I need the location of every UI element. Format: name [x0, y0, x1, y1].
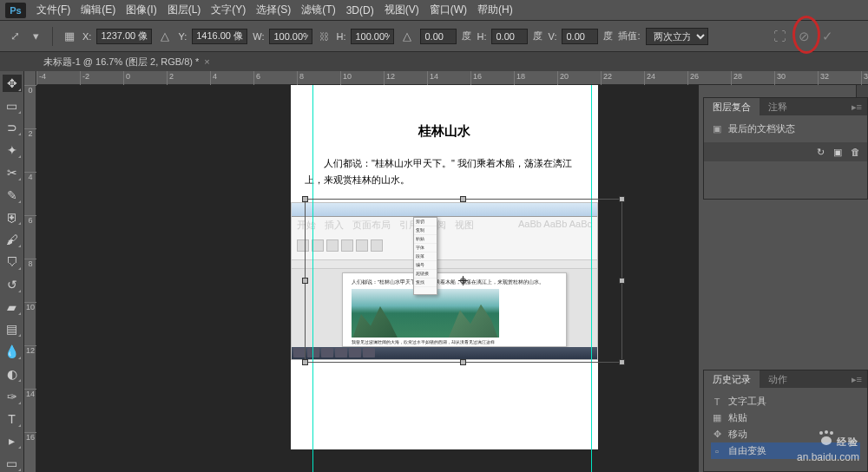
- menu-view[interactable]: 视图(V): [385, 3, 419, 17]
- handle-ne[interactable]: [619, 196, 625, 202]
- brush-tool[interactable]: 🖌: [3, 231, 22, 248]
- healing-brush-tool[interactable]: ⛨: [3, 209, 22, 226]
- app-logo: Ps: [5, 3, 26, 18]
- close-tab-icon[interactable]: ×: [204, 56, 209, 67]
- history-step-icon: ▦: [711, 412, 723, 424]
- vskew-input[interactable]: [562, 29, 598, 44]
- vskew-label: V:: [548, 31, 556, 42]
- delete-comp-icon[interactable]: 🗑: [851, 147, 860, 157]
- menu-help[interactable]: 帮助(H): [477, 3, 513, 17]
- transform-tool-icon[interactable]: ⤢: [7, 29, 23, 44]
- tab-history[interactable]: 历史记录: [704, 370, 760, 389]
- y-input[interactable]: [192, 29, 247, 44]
- type-tool[interactable]: T: [3, 410, 22, 428]
- embedded-screenshot: 开始插入页面布局引用审阅视图AaBb AaBb AaBc 人们都说："桂林山水甲…: [291, 202, 598, 360]
- warp-mode-icon[interactable]: ⛶: [773, 29, 786, 43]
- h-input[interactable]: [351, 29, 394, 44]
- canvas[interactable]: 桂林山水 人们都说："桂林山水甲天下。" 我们乘着木船，荡漾在漓江上，来观赏桂林…: [36, 85, 699, 472]
- x-input[interactable]: [96, 29, 152, 44]
- angle-input[interactable]: [420, 29, 457, 44]
- tab-layer-comps[interactable]: 图层复合: [704, 98, 760, 116]
- options-bar: ⤢ ▾ ▦ X: △ Y: W: ⛓ H: △ 度 H: 度 V: 度 插值: …: [0, 21, 868, 52]
- dodge-tool[interactable]: ◐: [3, 365, 22, 383]
- panel-menu-icon[interactable]: ▸≡: [846, 102, 867, 113]
- interp-select[interactable]: 两次立方: [646, 28, 708, 45]
- history-step-icon: ▫: [711, 445, 723, 457]
- menu-type[interactable]: 文字(Y): [211, 3, 246, 17]
- menu-bar: Ps 文件(F) 编辑(E) 图像(I) 图层(L) 文字(Y) 选择(S) 滤…: [0, 0, 868, 21]
- menu-edit[interactable]: 编辑(E): [81, 3, 115, 17]
- handle-se[interactable]: [619, 359, 625, 365]
- handle-e[interactable]: [619, 278, 625, 284]
- path-select-tool[interactable]: ▸: [3, 433, 22, 450]
- w-label: W:: [253, 31, 264, 42]
- eraser-tool[interactable]: ▰: [3, 298, 22, 316]
- hskew-unit: 度: [533, 30, 542, 43]
- menu-image[interactable]: 图像(I): [126, 3, 156, 17]
- document-tab[interactable]: 未标题-1 @ 16.7% (图层 2, RGB/8) *×: [36, 53, 217, 71]
- dropdown-icon[interactable]: ▾: [28, 29, 43, 44]
- swap-xy-icon[interactable]: △: [157, 29, 173, 44]
- document-tab-bar: 未标题-1 @ 16.7% (图层 2, RGB/8) *×: [0, 52, 868, 71]
- last-doc-state[interactable]: 最后的文档状态: [728, 122, 795, 135]
- w-input[interactable]: [269, 29, 312, 44]
- menu-file[interactable]: 文件(F): [36, 3, 70, 17]
- link-wh-icon[interactable]: ⛓: [319, 31, 329, 42]
- vskew-unit: 度: [603, 30, 613, 43]
- guide-right[interactable]: [591, 85, 592, 472]
- shape-tool[interactable]: ▭: [3, 455, 22, 472]
- history-panel: 历史记录 动作 ▸≡ T文字工具▦粘贴✥移动▫自由变换: [703, 370, 868, 472]
- doc-body: 人们都说："桂林山水甲天下。" 我们乘着木船，荡漾在漓江上，来观赏桂林的山水。: [291, 140, 598, 187]
- h-label: H:: [336, 31, 345, 42]
- magic-wand-tool[interactable]: ✦: [3, 141, 22, 159]
- guide-left[interactable]: [312, 85, 313, 472]
- new-comp-icon[interactable]: ▣: [833, 147, 842, 158]
- history-item[interactable]: ▦粘贴: [711, 410, 860, 426]
- hskew-input[interactable]: [491, 29, 528, 44]
- marquee-tool[interactable]: ▭: [3, 97, 22, 115]
- doc-title: 桂林山水: [291, 85, 598, 140]
- gradient-tool[interactable]: ▤: [3, 321, 22, 338]
- angle-unit: 度: [462, 30, 471, 43]
- move-tool[interactable]: ✥: [3, 75, 22, 92]
- angle-icon: △: [399, 29, 415, 44]
- blur-tool[interactable]: 💧: [3, 343, 22, 360]
- cancel-transform-icon[interactable]: ⊘: [799, 29, 810, 44]
- ruler-horizontal[interactable]: -4-20246810121416182022242628303234: [36, 71, 868, 85]
- reference-point-icon[interactable]: ▦: [62, 29, 77, 44]
- commit-transform-icon[interactable]: ✓: [822, 29, 833, 44]
- x-label: X:: [82, 31, 91, 42]
- interp-label: 插值:: [618, 30, 640, 43]
- history-brush-tool[interactable]: ↺: [3, 276, 22, 293]
- lasso-tool[interactable]: ⊃: [3, 120, 22, 137]
- menu-3d[interactable]: 3D(D): [346, 4, 374, 16]
- panel-menu-icon[interactable]: ▸≡: [846, 374, 867, 385]
- document-state-icon: ▣: [711, 123, 723, 135]
- menu-select[interactable]: 选择(S): [256, 3, 291, 17]
- history-item[interactable]: ✥移动: [711, 426, 860, 442]
- update-comp-icon[interactable]: ↻: [817, 147, 825, 158]
- ruler-vertical[interactable]: 0246810121416: [24, 71, 36, 472]
- history-step-icon: T: [711, 396, 723, 408]
- crop-tool[interactable]: ✂: [3, 164, 22, 181]
- hskew-label: H:: [477, 31, 486, 42]
- menu-layer[interactable]: 图层(L): [168, 3, 201, 17]
- layer-comps-panel: 图层复合 注释 ▸≡ ▣最后的文档状态 ↻ ▣ 🗑: [703, 97, 868, 200]
- toolbox: ✥ ▭ ⊃ ✦ ✂ ✎ ⛨ 🖌 ⛉ ↺ ▰ ▤ 💧 ◐ ✑ T ▸ ▭: [0, 71, 24, 472]
- y-label: Y:: [178, 31, 187, 42]
- pen-tool[interactable]: ✑: [3, 388, 22, 405]
- history-item[interactable]: ▫自由变换: [711, 442, 860, 459]
- clone-stamp-tool[interactable]: ⛉: [3, 253, 22, 271]
- tab-notes[interactable]: 注释: [760, 98, 796, 116]
- history-step-icon: ✥: [711, 429, 723, 441]
- tab-actions[interactable]: 动作: [760, 370, 796, 389]
- eyedropper-tool[interactable]: ✎: [3, 187, 22, 204]
- menu-window[interactable]: 窗口(W): [430, 3, 467, 17]
- menu-filter[interactable]: 滤镜(T): [301, 3, 335, 17]
- document-page: 桂林山水 人们都说："桂林山水甲天下。" 我们乘着木船，荡漾在漓江上，来观赏桂林…: [291, 85, 598, 449]
- history-item[interactable]: T文字工具: [711, 393, 860, 410]
